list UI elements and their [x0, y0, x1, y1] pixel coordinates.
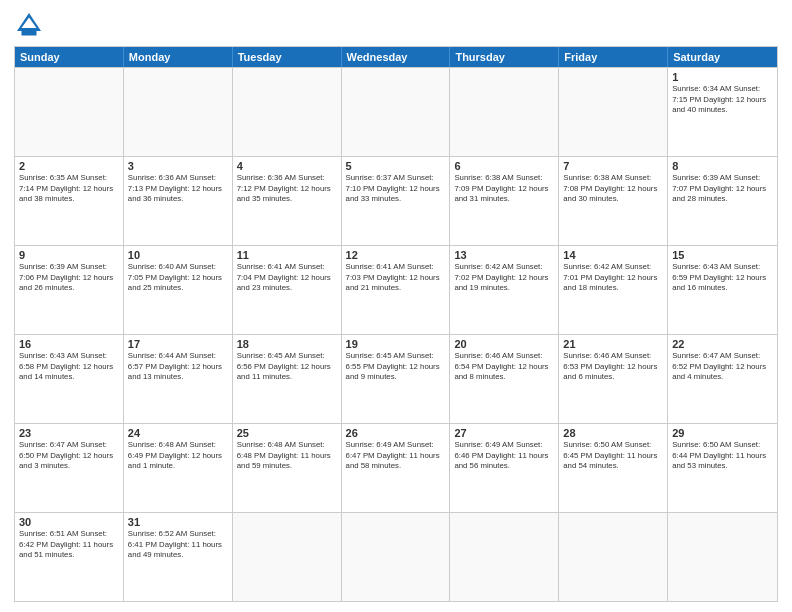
- day-info: Sunrise: 6:48 AM Sunset: 6:48 PM Dayligh…: [237, 440, 337, 472]
- day-info: Sunrise: 6:44 AM Sunset: 6:57 PM Dayligh…: [128, 351, 228, 383]
- day-cell-9: 9Sunrise: 6:39 AM Sunset: 7:06 PM Daylig…: [15, 246, 124, 334]
- day-cell-5: 5Sunrise: 6:37 AM Sunset: 7:10 PM Daylig…: [342, 157, 451, 245]
- empty-cell: [559, 513, 668, 601]
- calendar-row-3: 9Sunrise: 6:39 AM Sunset: 7:06 PM Daylig…: [15, 245, 777, 334]
- day-header-friday: Friday: [559, 47, 668, 67]
- day-info: Sunrise: 6:38 AM Sunset: 7:08 PM Dayligh…: [563, 173, 663, 205]
- day-number: 4: [237, 160, 337, 172]
- calendar-row-5: 23Sunrise: 6:47 AM Sunset: 6:50 PM Dayli…: [15, 423, 777, 512]
- empty-cell: [233, 68, 342, 156]
- day-number: 5: [346, 160, 446, 172]
- day-cell-7: 7Sunrise: 6:38 AM Sunset: 7:08 PM Daylig…: [559, 157, 668, 245]
- day-info: Sunrise: 6:47 AM Sunset: 6:50 PM Dayligh…: [19, 440, 119, 472]
- day-number: 12: [346, 249, 446, 261]
- day-info: Sunrise: 6:38 AM Sunset: 7:09 PM Dayligh…: [454, 173, 554, 205]
- day-info: Sunrise: 6:42 AM Sunset: 7:01 PM Dayligh…: [563, 262, 663, 294]
- day-info: Sunrise: 6:46 AM Sunset: 6:53 PM Dayligh…: [563, 351, 663, 383]
- day-number: 14: [563, 249, 663, 261]
- day-cell-17: 17Sunrise: 6:44 AM Sunset: 6:57 PM Dayli…: [124, 335, 233, 423]
- day-info: Sunrise: 6:36 AM Sunset: 7:13 PM Dayligh…: [128, 173, 228, 205]
- day-cell-29: 29Sunrise: 6:50 AM Sunset: 6:44 PM Dayli…: [668, 424, 777, 512]
- logo: [14, 10, 48, 40]
- empty-cell: [342, 513, 451, 601]
- day-cell-15: 15Sunrise: 6:43 AM Sunset: 6:59 PM Dayli…: [668, 246, 777, 334]
- day-number: 20: [454, 338, 554, 350]
- day-info: Sunrise: 6:46 AM Sunset: 6:54 PM Dayligh…: [454, 351, 554, 383]
- day-info: Sunrise: 6:47 AM Sunset: 6:52 PM Dayligh…: [672, 351, 773, 383]
- day-number: 23: [19, 427, 119, 439]
- day-cell-14: 14Sunrise: 6:42 AM Sunset: 7:01 PM Dayli…: [559, 246, 668, 334]
- day-cell-1: 1Sunrise: 6:34 AM Sunset: 7:15 PM Daylig…: [668, 68, 777, 156]
- day-number: 21: [563, 338, 663, 350]
- day-number: 22: [672, 338, 773, 350]
- day-cell-22: 22Sunrise: 6:47 AM Sunset: 6:52 PM Dayli…: [668, 335, 777, 423]
- empty-cell: [450, 68, 559, 156]
- day-info: Sunrise: 6:35 AM Sunset: 7:14 PM Dayligh…: [19, 173, 119, 205]
- day-number: 1: [672, 71, 773, 83]
- calendar-row-4: 16Sunrise: 6:43 AM Sunset: 6:58 PM Dayli…: [15, 334, 777, 423]
- day-info: Sunrise: 6:36 AM Sunset: 7:12 PM Dayligh…: [237, 173, 337, 205]
- day-info: Sunrise: 6:51 AM Sunset: 6:42 PM Dayligh…: [19, 529, 119, 561]
- day-header-sunday: Sunday: [15, 47, 124, 67]
- empty-cell: [233, 513, 342, 601]
- day-cell-10: 10Sunrise: 6:40 AM Sunset: 7:05 PM Dayli…: [124, 246, 233, 334]
- calendar-row-6: 30Sunrise: 6:51 AM Sunset: 6:42 PM Dayli…: [15, 512, 777, 601]
- empty-cell: [668, 513, 777, 601]
- day-cell-2: 2Sunrise: 6:35 AM Sunset: 7:14 PM Daylig…: [15, 157, 124, 245]
- day-info: Sunrise: 6:39 AM Sunset: 7:06 PM Dayligh…: [19, 262, 119, 294]
- day-number: 19: [346, 338, 446, 350]
- day-number: 18: [237, 338, 337, 350]
- day-info: Sunrise: 6:45 AM Sunset: 6:55 PM Dayligh…: [346, 351, 446, 383]
- day-number: 27: [454, 427, 554, 439]
- day-info: Sunrise: 6:52 AM Sunset: 6:41 PM Dayligh…: [128, 529, 228, 561]
- day-info: Sunrise: 6:45 AM Sunset: 6:56 PM Dayligh…: [237, 351, 337, 383]
- calendar: SundayMondayTuesdayWednesdayThursdayFrid…: [14, 46, 778, 602]
- svg-rect-2: [22, 31, 37, 36]
- page: SundayMondayTuesdayWednesdayThursdayFrid…: [0, 0, 792, 612]
- day-number: 3: [128, 160, 228, 172]
- day-info: Sunrise: 6:37 AM Sunset: 7:10 PM Dayligh…: [346, 173, 446, 205]
- day-info: Sunrise: 6:50 AM Sunset: 6:44 PM Dayligh…: [672, 440, 773, 472]
- calendar-row-2: 2Sunrise: 6:35 AM Sunset: 7:14 PM Daylig…: [15, 156, 777, 245]
- day-cell-23: 23Sunrise: 6:47 AM Sunset: 6:50 PM Dayli…: [15, 424, 124, 512]
- day-cell-21: 21Sunrise: 6:46 AM Sunset: 6:53 PM Dayli…: [559, 335, 668, 423]
- day-number: 11: [237, 249, 337, 261]
- empty-cell: [124, 68, 233, 156]
- day-cell-11: 11Sunrise: 6:41 AM Sunset: 7:04 PM Dayli…: [233, 246, 342, 334]
- day-number: 8: [672, 160, 773, 172]
- empty-cell: [450, 513, 559, 601]
- day-number: 16: [19, 338, 119, 350]
- day-number: 29: [672, 427, 773, 439]
- day-cell-4: 4Sunrise: 6:36 AM Sunset: 7:12 PM Daylig…: [233, 157, 342, 245]
- day-info: Sunrise: 6:34 AM Sunset: 7:15 PM Dayligh…: [672, 84, 773, 116]
- day-info: Sunrise: 6:48 AM Sunset: 6:49 PM Dayligh…: [128, 440, 228, 472]
- day-info: Sunrise: 6:43 AM Sunset: 6:59 PM Dayligh…: [672, 262, 773, 294]
- day-number: 2: [19, 160, 119, 172]
- day-info: Sunrise: 6:40 AM Sunset: 7:05 PM Dayligh…: [128, 262, 228, 294]
- day-number: 10: [128, 249, 228, 261]
- day-cell-31: 31Sunrise: 6:52 AM Sunset: 6:41 PM Dayli…: [124, 513, 233, 601]
- day-cell-8: 8Sunrise: 6:39 AM Sunset: 7:07 PM Daylig…: [668, 157, 777, 245]
- empty-cell: [342, 68, 451, 156]
- day-cell-6: 6Sunrise: 6:38 AM Sunset: 7:09 PM Daylig…: [450, 157, 559, 245]
- day-header-wednesday: Wednesday: [342, 47, 451, 67]
- day-header-monday: Monday: [124, 47, 233, 67]
- day-cell-16: 16Sunrise: 6:43 AM Sunset: 6:58 PM Dayli…: [15, 335, 124, 423]
- day-cell-20: 20Sunrise: 6:46 AM Sunset: 6:54 PM Dayli…: [450, 335, 559, 423]
- day-number: 28: [563, 427, 663, 439]
- day-cell-13: 13Sunrise: 6:42 AM Sunset: 7:02 PM Dayli…: [450, 246, 559, 334]
- day-info: Sunrise: 6:42 AM Sunset: 7:02 PM Dayligh…: [454, 262, 554, 294]
- day-cell-30: 30Sunrise: 6:51 AM Sunset: 6:42 PM Dayli…: [15, 513, 124, 601]
- day-info: Sunrise: 6:49 AM Sunset: 6:46 PM Dayligh…: [454, 440, 554, 472]
- day-number: 26: [346, 427, 446, 439]
- day-info: Sunrise: 6:49 AM Sunset: 6:47 PM Dayligh…: [346, 440, 446, 472]
- day-number: 6: [454, 160, 554, 172]
- day-cell-24: 24Sunrise: 6:48 AM Sunset: 6:49 PM Dayli…: [124, 424, 233, 512]
- day-info: Sunrise: 6:41 AM Sunset: 7:04 PM Dayligh…: [237, 262, 337, 294]
- day-header-tuesday: Tuesday: [233, 47, 342, 67]
- day-info: Sunrise: 6:43 AM Sunset: 6:58 PM Dayligh…: [19, 351, 119, 383]
- day-header-thursday: Thursday: [450, 47, 559, 67]
- day-cell-27: 27Sunrise: 6:49 AM Sunset: 6:46 PM Dayli…: [450, 424, 559, 512]
- day-header-saturday: Saturday: [668, 47, 777, 67]
- calendar-body: 1Sunrise: 6:34 AM Sunset: 7:15 PM Daylig…: [15, 67, 777, 601]
